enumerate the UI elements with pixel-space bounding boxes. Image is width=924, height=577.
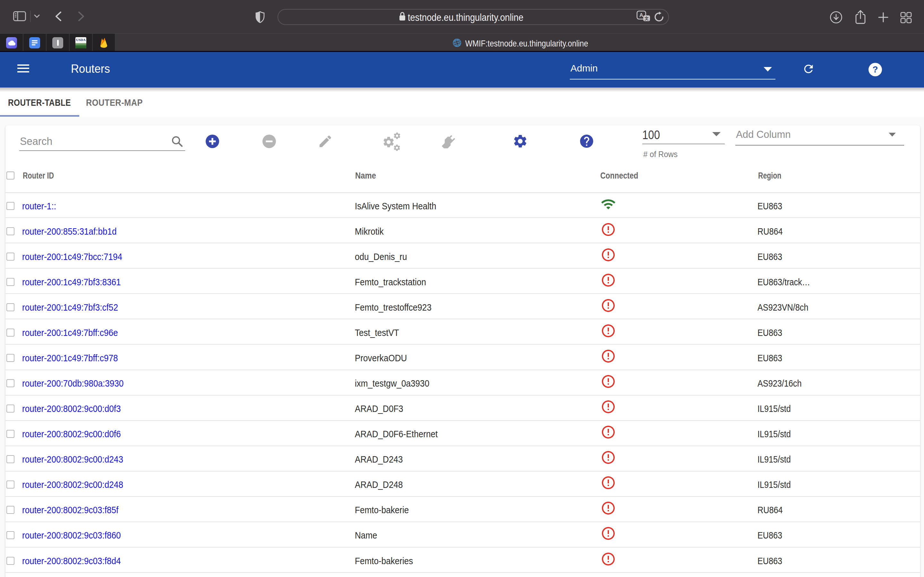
svg-text:文: 文	[644, 16, 649, 21]
svg-text:?: ?	[872, 64, 878, 74]
svg-text:A: A	[640, 12, 643, 18]
